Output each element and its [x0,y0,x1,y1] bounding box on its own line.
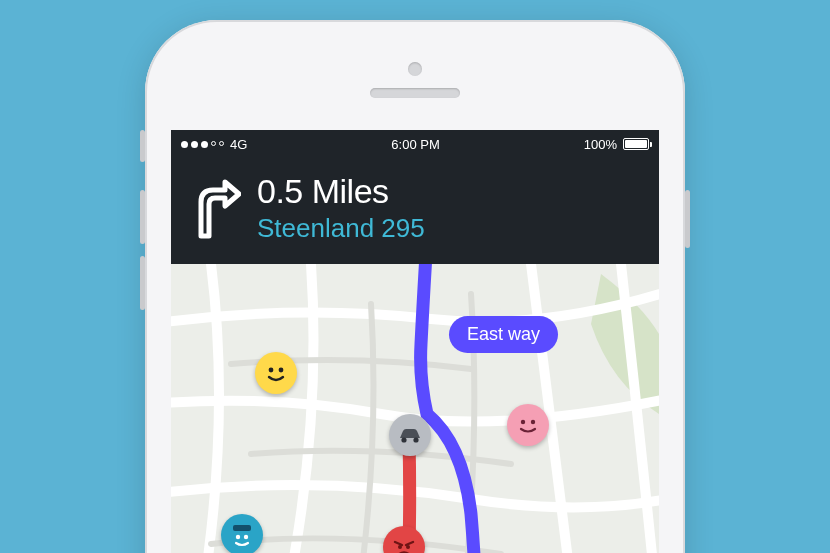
wazer-yellow-icon[interactable] [255,352,297,394]
phone-volume-up [140,190,145,244]
wazer-angry-icon[interactable] [383,526,425,553]
svg-point-10 [406,545,410,549]
navigation-banner[interactable]: 0.5 Miles Steenland 295 [171,158,659,264]
svg-point-5 [401,437,406,442]
phone-volume-down [140,256,145,310]
phone-mute-switch [140,130,145,162]
wazer-car-icon[interactable] [389,414,431,456]
svg-point-0 [269,368,274,373]
turn-right-icon [185,176,241,240]
phone-screen: 4G 6:00 PM 100% 0.5 Miles Steenland 295 [171,130,659,553]
svg-point-4 [244,535,248,539]
svg-point-7 [521,420,525,424]
svg-point-9 [398,545,402,549]
phone-speaker [370,88,460,98]
phone-camera [408,62,422,76]
battery-percent: 100% [584,137,617,152]
signal-dots-icon [181,141,224,148]
phone-power-button [685,190,690,248]
wazer-police-icon[interactable] [221,514,263,553]
wazer-pink-icon[interactable] [507,404,549,446]
map-roads [171,264,659,553]
battery-icon [623,138,649,150]
svg-point-3 [236,535,240,539]
svg-point-8 [531,420,535,424]
status-time: 6:00 PM [391,137,439,152]
nav-distance: 0.5 Miles [257,172,425,211]
svg-rect-2 [233,525,251,531]
phone-frame: 4G 6:00 PM 100% 0.5 Miles Steenland 295 [145,20,685,553]
svg-point-6 [413,437,418,442]
status-bar: 4G 6:00 PM 100% [171,130,659,158]
map-view[interactable]: East way Steenland [171,264,659,553]
svg-point-1 [279,368,284,373]
road-label-eastway[interactable]: East way [449,316,558,353]
carrier-label: 4G [230,137,247,152]
nav-road-name: Steenland 295 [257,213,425,244]
